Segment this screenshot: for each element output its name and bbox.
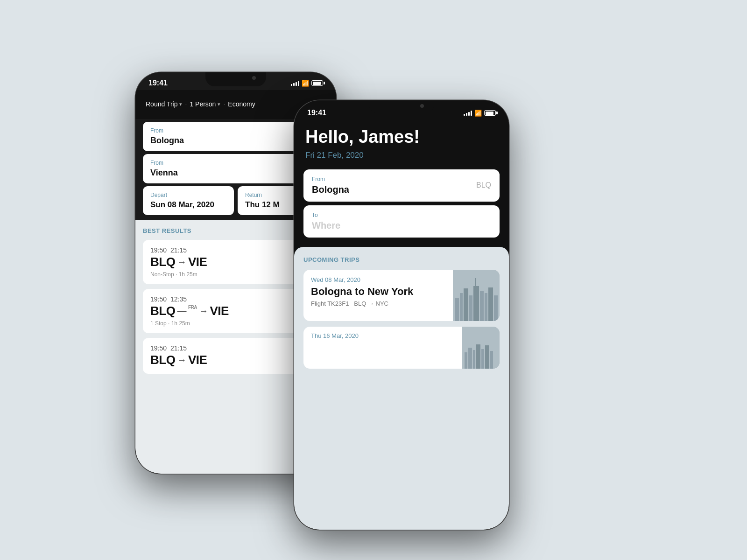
chevron-down-icon: ▾ [179, 101, 182, 107]
filter-row: Round Trip ▾ · 1 Person ▾ · Economy [145, 95, 327, 112]
chevron-down-icon: ▾ [218, 101, 220, 107]
time-2: 19:41 [307, 109, 326, 117]
svg-rect-11 [462, 327, 500, 369]
from-field-card-2[interactable]: From Bologna BLQ [303, 169, 500, 202]
trip-date-2: Thu 16 Mar, 2020 [311, 332, 455, 339]
trip-flight-1: Flight TK23F1 BLQ → NYC [311, 300, 445, 307]
svg-rect-3 [464, 288, 468, 321]
svg-rect-9 [494, 295, 498, 321]
arrow-icon: → [177, 355, 186, 365]
svg-rect-16 [481, 349, 484, 369]
greeting-date: Fri 21 Feb, 2020 [305, 151, 498, 160]
svg-rect-6 [480, 291, 484, 321]
flight-route-2: BLQ — FRA → VIE [150, 304, 229, 318]
upcoming-title: UPCOMING TRIPS [303, 256, 500, 263]
status-icons-1: 📶 [291, 80, 323, 87]
trip-card-1[interactable]: Wed 08 Mar, 2020 Bologna to New York Fli… [303, 270, 500, 321]
greeting-section: Hello, James! Fri 21 Feb, 2020 [294, 120, 509, 169]
to-label-2: To [312, 212, 491, 218]
trip-type-filter[interactable]: Round Trip ▾ [145, 98, 183, 110]
status-icons-2: 📶 [464, 110, 496, 117]
time-1: 19:41 [148, 79, 168, 87]
battery-icon-2 [484, 110, 496, 116]
arrow-icon: → [177, 257, 186, 267]
svg-rect-2 [460, 293, 463, 321]
trip-card-2-content: Thu 16 Mar, 2020 [303, 327, 462, 369]
greeting-title: Hello, James! [305, 127, 498, 147]
svg-rect-8 [488, 287, 493, 321]
depart-card[interactable]: Depart Sun 08 Mar, 2020 [143, 186, 234, 215]
upcoming-section: UPCOMING TRIPS Wed 08 Mar, 2020 Bologna … [294, 247, 509, 530]
signal-icon-1 [291, 80, 299, 86]
svg-rect-7 [485, 293, 487, 321]
notch-2 [369, 100, 434, 113]
phone-2: 19:41 📶 [294, 100, 509, 530]
wifi-icon-1: 📶 [302, 80, 309, 87]
trip-image-1 [453, 270, 500, 321]
to-placeholder: Where [312, 220, 491, 231]
depart-label: Depart [150, 192, 226, 198]
trip-card-2[interactable]: Thu 16 Mar, 2020 [303, 327, 500, 369]
notch-1 [205, 72, 266, 86]
depart-value: Sun 08 Mar, 2020 [150, 200, 226, 210]
svg-rect-17 [485, 345, 489, 369]
camera-2 [420, 104, 424, 108]
from-field-left: From Bologna [312, 176, 349, 195]
from-value-2: Bologna [312, 184, 349, 195]
arrow-icon: — [177, 306, 186, 316]
svg-rect-14 [473, 350, 475, 369]
arrow-icon: → [199, 306, 208, 316]
scene: 19:41 📶 [117, 35, 630, 525]
wifi-icon-2: 📶 [474, 110, 482, 117]
signal-icon-2 [464, 110, 472, 116]
trip-image-2 [462, 327, 500, 369]
svg-rect-15 [476, 344, 480, 369]
svg-rect-12 [465, 352, 467, 369]
svg-rect-18 [490, 351, 493, 369]
class-filter[interactable]: Economy [227, 98, 256, 110]
trip-card-1-content: Wed 08 Mar, 2020 Bologna to New York Fli… [303, 270, 453, 321]
airport-code: BLQ [476, 181, 491, 189]
svg-rect-10 [475, 278, 476, 287]
passengers-filter[interactable]: 1 Person ▾ [189, 98, 221, 110]
svg-rect-5 [473, 286, 479, 321]
screen-2: 19:41 📶 [294, 100, 509, 530]
flight-info-2: 1 Stop · 1h 25m [150, 320, 229, 327]
flight-times-2: 19:50 12:35 [150, 295, 229, 303]
svg-rect-1 [455, 298, 459, 321]
to-field-card-2[interactable]: To Where [303, 205, 500, 238]
svg-rect-13 [468, 348, 472, 369]
trip-title-1: Bologna to New York [311, 286, 445, 297]
camera-1 [252, 76, 256, 80]
from-label-2: From [312, 176, 349, 182]
trip-date-1: Wed 08 Mar, 2020 [311, 276, 445, 283]
phone-2-inner: 19:41 📶 [294, 100, 509, 530]
svg-rect-4 [469, 295, 472, 321]
battery-icon-1 [311, 80, 323, 86]
